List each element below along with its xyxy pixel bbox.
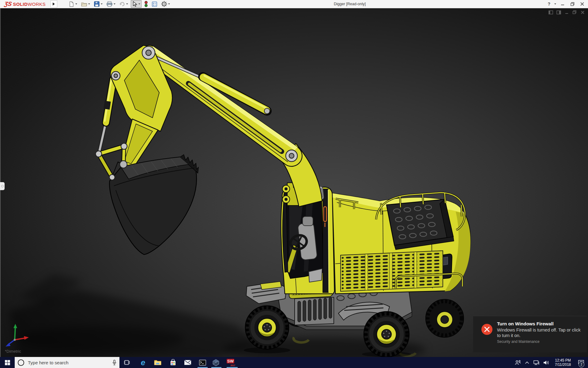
notification-body: Windows Firewall is turned off. Tap or c… — [497, 327, 585, 338]
view-orientation-label: *Dimetric — [5, 349, 21, 354]
save-caret[interactable] — [101, 3, 103, 5]
new-document-button[interactable] — [68, 0, 78, 8]
menu-flyout-button[interactable] — [51, 0, 57, 8]
print-caret[interactable] — [114, 3, 115, 5]
doc-restore-button[interactable] — [572, 10, 577, 15]
task-view-icon — [124, 360, 130, 365]
undo-button[interactable] — [118, 0, 129, 8]
body-engine-housing — [332, 193, 470, 294]
window-title: Digger [Read-only] — [334, 0, 366, 8]
taskbar-store[interactable] — [168, 357, 178, 368]
save-button[interactable] — [93, 0, 104, 8]
solidworks-icon-year: 2017 — [230, 364, 235, 366]
doc-minimize-button[interactable] — [564, 10, 569, 15]
3d-viewport[interactable] — [0, 0, 588, 368]
traffic-light-icon — [144, 1, 148, 7]
notification-count-badge: 2 — [579, 362, 584, 367]
search-input[interactable] — [27, 357, 112, 368]
network-icon[interactable] — [533, 360, 539, 365]
taskbar-edrawings[interactable] — [211, 357, 221, 368]
taskbar-search[interactable] — [15, 357, 119, 368]
document-window-controls — [548, 10, 585, 15]
edge-icon: e — [141, 358, 145, 366]
microphone-icon[interactable] — [112, 360, 116, 366]
display-settings-button[interactable] — [151, 0, 158, 8]
close-button[interactable] — [579, 1, 586, 7]
options-button[interactable] — [160, 0, 171, 8]
collapsed-panel-tab[interactable] — [0, 182, 5, 190]
new-document-caret[interactable] — [75, 3, 77, 5]
solidworks-logo: ƷS SOLIDWORKS — [4, 1, 46, 7]
help-button[interactable]: ? — [548, 2, 550, 6]
solidworks-icon-label: SW — [227, 359, 234, 363]
print-button[interactable] — [105, 0, 116, 8]
open-caret[interactable] — [88, 3, 90, 5]
help-caret[interactable] — [554, 3, 556, 5]
taskbar-solidworks[interactable]: SW 2017 — [225, 357, 236, 368]
undo-caret[interactable] — [126, 3, 128, 5]
action-center-button[interactable]: 2 — [576, 357, 586, 368]
volume-icon[interactable] — [543, 360, 549, 365]
display-settings-icon — [152, 1, 157, 7]
panel-tab-dot-icon — [1, 185, 4, 187]
open-button[interactable] — [80, 0, 91, 8]
new-document-icon — [69, 1, 74, 7]
options-caret[interactable] — [168, 3, 170, 5]
start-button[interactable] — [0, 357, 15, 368]
view-traffic-light-button[interactable] — [143, 0, 149, 8]
restore-icon — [571, 2, 575, 6]
file-explorer-icon — [154, 359, 161, 366]
pane-left-button[interactable] — [548, 10, 553, 15]
close-icon — [580, 2, 584, 6]
open-icon — [81, 1, 87, 7]
pane-right-icon — [556, 10, 561, 14]
taskbar-clock[interactable]: 12:45 PM 7/11/2018 — [553, 358, 572, 367]
doc-close-button[interactable] — [580, 10, 585, 15]
undo-icon — [119, 1, 125, 7]
task-view-button[interactable] — [122, 357, 132, 368]
edrawings-hexagon-icon — [213, 359, 219, 366]
solidworks-2017-icon: SW 2017 — [227, 359, 235, 366]
doc-minimize-icon — [565, 10, 569, 14]
error-icon — [481, 324, 492, 335]
system-tray: 12:45 PM 7/11/2018 2 — [515, 357, 588, 368]
cortana-icon — [18, 359, 24, 366]
restore-button[interactable] — [569, 1, 576, 7]
title-bar: ƷS SOLIDWORKS — [0, 0, 588, 8]
clock-date: 7/11/2018 — [553, 362, 572, 367]
flyout-arrow-icon — [53, 2, 55, 6]
select-button[interactable] — [131, 0, 141, 8]
print-icon — [106, 1, 113, 7]
pane-right-button[interactable] — [556, 10, 561, 15]
brand-solid: SOLID — [13, 2, 28, 7]
taskbar-mail[interactable] — [183, 357, 193, 368]
brand-works: WORKS — [28, 2, 46, 7]
side-vents — [341, 251, 443, 291]
people-icon[interactable] — [515, 360, 521, 365]
store-icon — [170, 359, 176, 366]
clock-time: 12:45 PM — [553, 358, 572, 362]
windows-logo-icon — [5, 360, 10, 365]
minimize-button[interactable] — [559, 1, 566, 7]
minimize-icon — [561, 2, 564, 6]
taskbar-file-explorer[interactable] — [153, 357, 163, 368]
mail-icon — [184, 360, 191, 365]
pane-left-icon — [548, 10, 553, 14]
windows-taskbar: e — [0, 357, 588, 368]
doc-close-icon — [581, 10, 585, 14]
hidden-icons-chevron[interactable] — [525, 361, 529, 364]
firewall-notification[interactable]: Turn on Windows Firewall Windows Firewal… — [473, 316, 587, 352]
taskbar-command-prompt[interactable] — [197, 357, 208, 368]
wheel-rear-right — [426, 299, 464, 337]
select-caret[interactable] — [138, 3, 140, 5]
save-icon — [94, 1, 100, 7]
taskbar-edge[interactable]: e — [138, 357, 148, 368]
notification-source: Security and Maintenance — [497, 339, 540, 344]
notification-title: Turn on Windows Firewall — [497, 321, 554, 326]
solidworks-window: ƷS SOLIDWORKS — [0, 0, 588, 368]
command-prompt-icon — [199, 360, 206, 366]
radiator-block — [386, 199, 454, 250]
doc-restore-icon — [572, 10, 577, 14]
ds-logo-mark: ƷS — [4, 1, 12, 7]
gear-icon — [161, 1, 167, 7]
